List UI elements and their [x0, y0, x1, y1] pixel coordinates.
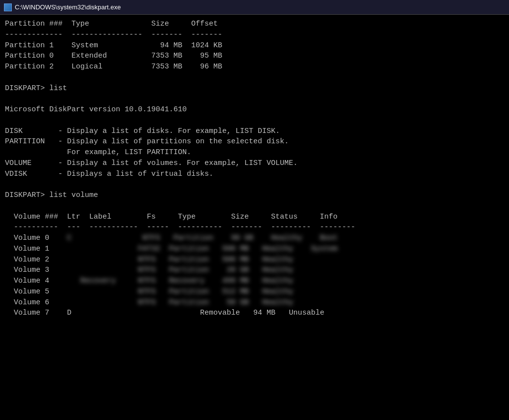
- cmd-list: DISKPART> list: [5, 83, 504, 94]
- volume-help: VOLUME - Display a list of volumes. For …: [5, 158, 504, 169]
- blank1: [5, 72, 504, 83]
- volume-row-6: Volume 6 NTFS Partition 50 GB Healthy: [5, 297, 504, 308]
- vol6-data: NTFS Partition 50 GB Healthy: [80, 298, 346, 307]
- partition-help2: For example, LIST PARTITION.: [5, 147, 504, 158]
- version: Microsoft DiskPart version 10.0.19041.61…: [5, 104, 504, 115]
- volume-row-1: Volume 1 FAT32 Partition 500 MB Healthy …: [5, 244, 504, 255]
- blank5: [5, 201, 504, 212]
- vol0-ltr: C: [67, 234, 80, 242]
- vol7-status: Unusable: [289, 309, 324, 317]
- vdisk-help: VDISK - Displays a list of virtual disks…: [5, 169, 504, 180]
- title-bar-text: C:\WINDOWS\system32\diskpart.exe: [15, 3, 121, 11]
- partition-2: Partition 2 Logical 7353 MB 96 MB: [5, 62, 504, 72]
- vol1-data: FAT32 Partition 500 MB Healthy System: [80, 245, 346, 253]
- cmd-list-volume: DISKPART> list volume: [5, 190, 504, 201]
- volume-row-7: Volume 7 D Removable 94 MB Unusable: [5, 308, 504, 319]
- blank4: [5, 179, 504, 190]
- title-bar: C:\WINDOWS\system32\diskpart.exe: [0, 0, 509, 15]
- vol7-type: Removable: [200, 309, 240, 317]
- vol2-data: NTFS Partition 500 MB Healthy: [80, 256, 346, 264]
- vol4-label: Recovery: [80, 277, 125, 285]
- volume-row-0: Volume 0 C NTFS Partition 90 GB Healthy …: [5, 233, 504, 244]
- partition-header: Partition ### Type Size Offset: [5, 19, 504, 30]
- diskpart-icon: [4, 3, 12, 11]
- volume-row-2: Volume 2 NTFS Partition 500 MB Healthy: [5, 255, 504, 265]
- vol4-data: NTFS Recovery 499 MB Healthy: [138, 277, 346, 285]
- vol7-size: 94 MB: [253, 309, 275, 317]
- volume-row-5: Volume 5 NTFS Partition 512 MB Healthy: [5, 287, 504, 297]
- blank3: [5, 115, 504, 126]
- vol3-data: NTFS Partition 20 GB Healthy: [80, 266, 346, 274]
- vol7-fs: [138, 309, 178, 317]
- vol0-data: NTFS Partition 90 GB Healthy Boot: [85, 234, 355, 242]
- vol5-data: NTFS Partition 512 MB Healthy: [80, 288, 346, 296]
- partition-1: Partition 1 System 94 MB 1024 KB: [5, 40, 504, 51]
- blank2: [5, 94, 504, 104]
- partition-sep: ------------- ---------------- ------- -…: [5, 30, 504, 40]
- volume-table-header: Volume ### Ltr Label Fs Type Size Status…: [5, 212, 504, 223]
- partition-0: Partition 0 Extended 7353 MB 95 MB: [5, 51, 504, 62]
- terminal: Partition ### Type Size Offset ---------…: [0, 15, 509, 420]
- disk-help: DISK - Display a list of disks. For exam…: [5, 126, 504, 137]
- volume-row-3: Volume 3 NTFS Partition 20 GB Healthy: [5, 265, 504, 276]
- volume-table-sep: ---------- --- ----------- ----- -------…: [5, 222, 504, 233]
- partition-help1: PARTITION - Display a list of partitions…: [5, 136, 504, 147]
- volume-row-4: Volume 4 Recovery NTFS Recovery 499 MB H…: [5, 276, 504, 287]
